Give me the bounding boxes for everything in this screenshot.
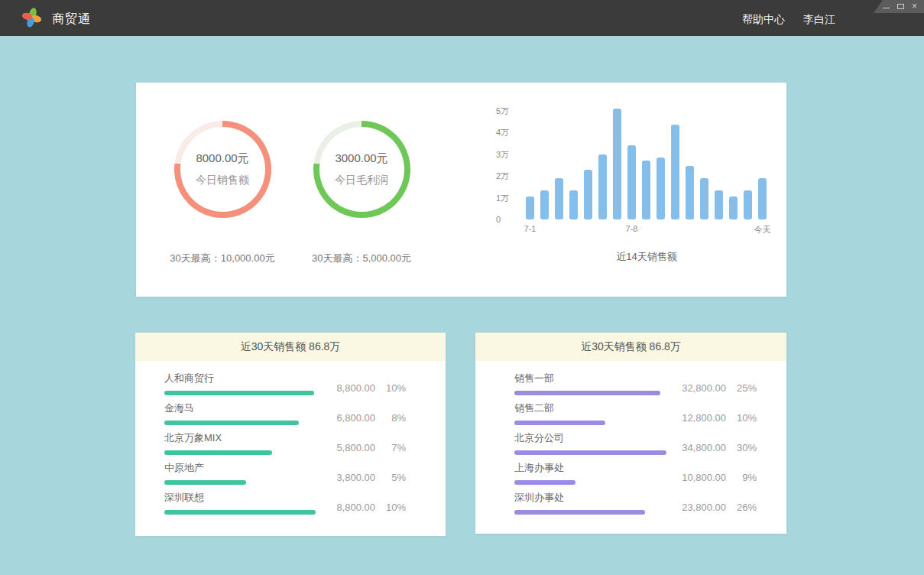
- chart-plot-area: 5万4万3万2万1万0: [496, 105, 767, 219]
- minimize-icon[interactable]: [883, 8, 890, 8]
- daily-sales-bar: [671, 125, 679, 219]
- ranking-row-progress-bar: [164, 421, 299, 425]
- ranking-row-name: 北京分公司: [514, 431, 666, 445]
- y-axis-tick: 2万: [496, 171, 509, 182]
- ranking-row-name: 销售二部: [514, 401, 666, 415]
- ranking-row-amount: 10,800.00: [682, 472, 726, 483]
- today-overview-card: 8000.00元 今日销售额 30天最高：10,000.00元 3000.00元…: [136, 83, 786, 297]
- y-axis-tick: 3万: [496, 148, 509, 160]
- daily-sales-bar: [686, 166, 694, 219]
- today-profit-30day-max: 30天最高：5,000.00元: [289, 252, 434, 265]
- ranking-row-progress-bar: [514, 391, 660, 395]
- ranking-row-amount: 3,800.00: [336, 472, 375, 483]
- ranking-row-values: 8,800.0010%: [336, 382, 406, 395]
- ranking-row-left: 中原地产: [164, 461, 316, 485]
- ranking-row: 深圳办事处23,800.0026%: [514, 485, 757, 515]
- ranking-row-progress-bar: [164, 480, 246, 485]
- ranking-row-progress-bar: [164, 510, 316, 515]
- ranking-row-values: 32,800.0025%: [682, 382, 757, 395]
- ranking-row-left: 深圳办事处: [514, 491, 666, 515]
- daily-sales-bar: [758, 178, 767, 219]
- today-sales-30day-max: 30天最高：10,000.00元: [150, 252, 295, 265]
- ranking-row-progress-bar: [164, 450, 272, 455]
- ranking-row-percent: 25%: [726, 382, 757, 394]
- sales-14day-bar-chart: 5万4万3万2万1万0 7-17-8今天 近14天销售额: [496, 105, 767, 264]
- y-axis-tick: 0: [496, 215, 501, 224]
- ranking-row-left: 人和商贸行: [164, 372, 316, 395]
- ranking-row-progress-bar: [514, 450, 666, 455]
- ranking-row-name: 人和商贸行: [164, 372, 316, 385]
- ranking-row-amount: 5,800.00: [336, 442, 375, 453]
- ranking-row-name: 上海办事处: [514, 461, 666, 475]
- ranking-row-progress-bar: [514, 421, 605, 425]
- chart-x-axis: 7-17-8今天: [526, 224, 767, 236]
- daily-sales-bar: [540, 190, 549, 219]
- ranking-row: 北京分公司34,800.0030%: [514, 425, 757, 455]
- ranking-row-percent: 8%: [375, 412, 406, 424]
- customer-ranking-header: 近30天销售额 86.8万: [135, 333, 446, 361]
- ranking-row: 销售一部32,800.0025%: [514, 365, 757, 395]
- daily-sales-bar: [598, 154, 607, 219]
- ranking-row-values: 23,800.0026%: [682, 502, 757, 515]
- ranking-row-left: 金海马: [164, 401, 316, 425]
- y-axis-tick: 4万: [496, 127, 509, 138]
- x-axis-label: 今天: [754, 224, 771, 236]
- titlebar-menu: 帮助中心 李白江: [742, 13, 835, 27]
- user-menu[interactable]: 李白江: [803, 13, 835, 27]
- pinwheel-logo-icon: [21, 8, 41, 28]
- help-center-link[interactable]: 帮助中心: [742, 13, 785, 27]
- x-axis-label: 7-1: [524, 224, 537, 233]
- chart-title: 近14天销售额: [526, 250, 767, 264]
- ranking-row-left: 上海办事处: [514, 461, 666, 485]
- ranking-row-amount: 12,800.00: [682, 412, 726, 424]
- ranking-row-percent: 5%: [375, 472, 406, 483]
- ranking-row-progress-bar: [514, 480, 575, 485]
- today-profit-donut: 3000.00元 今日毛利润: [313, 121, 410, 218]
- ranking-row-values: 12,800.0010%: [682, 412, 757, 425]
- today-profit-donut-section: 3000.00元 今日毛利润 30天最高：5,000.00元: [289, 121, 434, 265]
- ranking-row-name: 中原地产: [164, 461, 316, 475]
- chart-bars: [526, 105, 767, 219]
- ranking-row-left: 深圳联想: [164, 491, 316, 515]
- ranking-row: 中原地产3,800.005%: [164, 455, 406, 485]
- daily-sales-bar: [584, 170, 592, 219]
- window-controls: ×: [874, 0, 924, 13]
- today-sales-donut: 8000.00元 今日销售额: [174, 121, 271, 218]
- ranking-row-values: 34,800.0030%: [682, 442, 757, 455]
- ranking-row: 上海办事处10,800.009%: [514, 455, 757, 485]
- app-title: 商贸通: [52, 11, 91, 28]
- daily-sales-bar: [613, 109, 621, 219]
- maximize-icon[interactable]: [897, 4, 904, 9]
- today-sales-label: 今日销售额: [196, 174, 249, 187]
- ranking-row-amount: 8,800.00: [336, 502, 375, 513]
- x-axis-label: 7-8: [626, 224, 638, 233]
- customer-ranking-list: 人和商贸行8,800.0010%金海马6,800.008%北京万象MIX5,80…: [135, 361, 446, 515]
- ranking-row-amount: 34,800.00: [682, 442, 726, 453]
- ranking-row-values: 5,800.007%: [336, 442, 406, 455]
- daily-sales-bar: [700, 178, 708, 219]
- ranking-row-percent: 10%: [726, 412, 757, 424]
- ranking-row-percent: 10%: [375, 502, 406, 513]
- ranking-row-name: 北京万象MIX: [164, 431, 316, 445]
- ranking-row-progress-bar: [164, 391, 314, 395]
- ranking-row-left: 销售二部: [514, 401, 666, 425]
- ranking-row-left: 销售一部: [514, 372, 666, 395]
- ranking-row-name: 金海马: [164, 401, 316, 415]
- customer-sales-ranking-card: 近30天销售额 86.8万 人和商贸行8,800.0010%金海马6,800.0…: [135, 333, 446, 536]
- close-icon[interactable]: ×: [912, 2, 917, 11]
- daily-sales-bar: [657, 158, 665, 219]
- daily-sales-bar: [627, 145, 636, 219]
- ranking-row-percent: 7%: [375, 442, 406, 453]
- y-axis-tick: 1万: [496, 192, 509, 203]
- today-sales-donut-section: 8000.00元 今日销售额 30天最高：10,000.00元: [150, 121, 295, 265]
- daily-sales-bar: [744, 190, 752, 219]
- ranking-row-name: 深圳联想: [164, 491, 316, 505]
- ranking-row-progress-bar: [514, 510, 645, 515]
- department-ranking-title: 近30天销售额 86.8万: [581, 340, 681, 354]
- department-ranking-list: 销售一部32,800.0025%销售二部12,800.0010%北京分公司34,…: [475, 361, 786, 515]
- ranking-row-left: 北京万象MIX: [164, 431, 316, 455]
- chart-y-axis: 5万4万3万2万1万0: [496, 105, 526, 219]
- today-sales-value: 8000.00元: [196, 151, 248, 166]
- today-sales-donut-center: 8000.00元 今日销售额: [180, 127, 265, 212]
- daily-sales-bar: [642, 161, 650, 219]
